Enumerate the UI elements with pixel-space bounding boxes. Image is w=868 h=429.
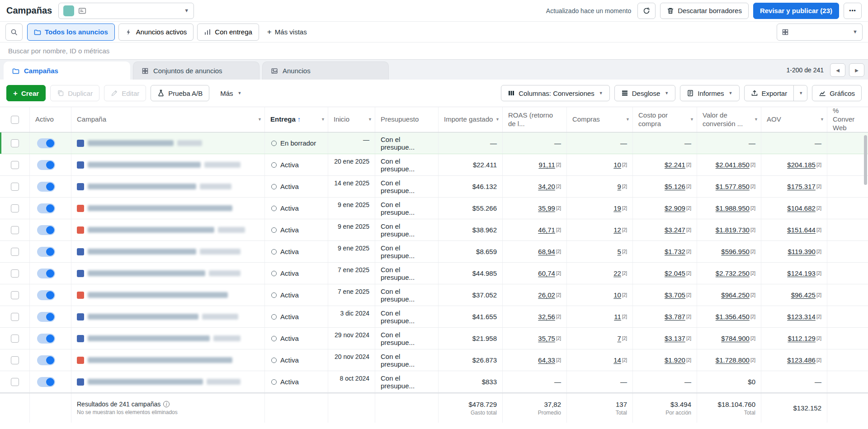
metric-link[interactable]: $119.390 (788, 248, 815, 255)
cost-per-purchase-value[interactable]: $2.241[2] (633, 154, 697, 175)
tab-ads[interactable]: Anuncios (262, 61, 389, 80)
create-button[interactable]: + Crear (6, 85, 46, 101)
cost-per-purchase-value[interactable]: — (633, 132, 697, 154)
metric-link[interactable]: $175.317 (787, 183, 816, 190)
metric-link[interactable]: 26,02 (538, 291, 555, 299)
roas-value[interactable]: 32,56[2] (503, 306, 567, 327)
purchases-value[interactable]: — (567, 371, 633, 392)
purchases-value[interactable]: 5[2] (567, 241, 633, 262)
metric-link[interactable]: $2.041.850 (716, 161, 750, 169)
col-header-conv-value[interactable]: Valor de conversión ... ▼ (697, 107, 761, 132)
purchases-value[interactable]: — (567, 132, 633, 154)
row-checkbox[interactable] (11, 139, 19, 147)
metric-link[interactable]: $123.486 (787, 356, 816, 364)
tab-adsets[interactable]: Conjuntos de anuncios (133, 61, 259, 80)
metric-link[interactable]: 68,94 (538, 248, 555, 255)
campaign-name-cell[interactable] (71, 219, 265, 240)
aov-value[interactable]: $96.425[2] (761, 284, 827, 306)
conversion-value[interactable]: $1.728.800[2] (697, 349, 761, 371)
metric-link[interactable]: 9 (618, 183, 621, 190)
aov-value[interactable]: — (761, 371, 827, 392)
table-row[interactable]: Activa 3 dic 2024 Con el presupue... $41… (0, 306, 868, 328)
metric-link[interactable]: $1.920 (665, 356, 685, 364)
row-checkbox[interactable] (11, 269, 19, 278)
campaign-active-toggle[interactable] (37, 355, 55, 365)
refresh-button[interactable] (637, 3, 656, 19)
col-header-active[interactable]: Activo (30, 107, 71, 132)
metric-link[interactable]: 10 (613, 291, 621, 299)
campaign-active-toggle[interactable] (37, 290, 55, 300)
conversion-value[interactable]: $1.356.450[2] (697, 306, 761, 327)
metric-link[interactable]: $964.250 (721, 291, 750, 299)
roas-value[interactable]: — (503, 132, 567, 154)
roas-value[interactable]: 60,74[2] (503, 263, 567, 284)
campaign-active-toggle[interactable] (37, 334, 55, 344)
table-row[interactable]: Activa 14 ene 2025 Con el presupue... $4… (0, 176, 868, 198)
metric-link[interactable]: 11 (614, 313, 621, 321)
metric-link[interactable]: $1.728.800 (716, 356, 750, 364)
roas-value[interactable]: 26,02[2] (503, 284, 567, 306)
metric-link[interactable]: 14 (613, 356, 621, 364)
account-selector[interactable]: ▼ (58, 3, 194, 19)
metric-link[interactable]: $2.045 (665, 269, 685, 277)
more-options-button[interactable]: ••• (844, 3, 862, 19)
metric-link[interactable]: $596.950 (721, 248, 750, 255)
row-checkbox[interactable] (11, 356, 19, 364)
roas-value[interactable]: — (503, 371, 567, 392)
cost-per-purchase-value[interactable]: $3.787[2] (633, 306, 697, 327)
conversion-value[interactable]: $964.250[2] (697, 284, 761, 306)
next-page-button[interactable]: ▶ (849, 63, 864, 77)
purchases-value[interactable]: 12[2] (567, 219, 633, 240)
metric-link[interactable]: $104.682 (787, 204, 816, 212)
row-checkbox[interactable] (11, 161, 19, 169)
campaign-name-cell[interactable] (71, 263, 265, 284)
roas-value[interactable]: 91,11[2] (503, 154, 567, 175)
campaign-active-toggle[interactable] (37, 312, 55, 322)
review-publish-button[interactable]: Revisar y publicar (23) (753, 3, 839, 19)
metric-link[interactable]: 22 (613, 269, 621, 277)
metric-link[interactable]: $2.909 (665, 204, 685, 212)
edit-button[interactable]: Editar (104, 85, 146, 101)
campaign-active-toggle[interactable] (37, 138, 55, 148)
aov-value[interactable]: $123.486[2] (761, 349, 827, 371)
ab-test-button[interactable]: Prueba A/B (151, 85, 209, 101)
roas-value[interactable]: 35,75[2] (503, 328, 567, 349)
metric-link[interactable]: $3.705 (665, 291, 685, 299)
table-row[interactable]: Activa 29 nov 2024 Con el presupue... $2… (0, 328, 868, 349)
aov-value[interactable]: $204.185[2] (761, 154, 827, 175)
metric-link[interactable]: $3.787 (665, 313, 685, 321)
breakdown-button[interactable]: Desglose ▼ (614, 85, 675, 101)
col-header-aov[interactable]: AOV ▼ (761, 107, 827, 132)
metric-link[interactable]: 12 (613, 226, 621, 234)
campaign-name-cell[interactable] (71, 198, 265, 219)
column-preset-selector[interactable]: ▼ (777, 24, 863, 41)
purchases-value[interactable]: 10[2] (567, 284, 633, 306)
metric-link[interactable]: 34,20 (538, 183, 555, 190)
metric-link[interactable]: 5 (618, 248, 621, 255)
metric-link[interactable]: $5.126 (665, 183, 685, 190)
row-checkbox[interactable] (11, 313, 19, 321)
metric-link[interactable]: $2.241 (665, 161, 685, 169)
aov-value[interactable]: $175.317[2] (761, 176, 827, 197)
purchases-value[interactable]: 10[2] (567, 154, 633, 175)
discard-drafts-button[interactable]: Descartar borradores (660, 3, 749, 19)
export-options-button[interactable]: ▼ (793, 85, 807, 101)
metric-link[interactable]: $1.356.450 (716, 313, 750, 321)
row-checkbox[interactable] (11, 204, 19, 212)
cost-per-purchase-value[interactable]: $3.137[2] (633, 328, 697, 349)
cost-per-purchase-value[interactable]: $1.732[2] (633, 241, 697, 262)
metric-link[interactable]: $1.988.950 (716, 204, 750, 212)
aov-value[interactable]: $123.314[2] (761, 306, 827, 327)
metric-link[interactable]: 10 (613, 161, 621, 169)
view-with-delivery[interactable]: Con entrega (197, 24, 259, 41)
roas-value[interactable]: 35,99[2] (503, 198, 567, 219)
campaign-name-cell[interactable] (71, 349, 265, 371)
aov-value[interactable]: $124.193[2] (761, 263, 827, 284)
purchases-value[interactable]: 14[2] (567, 349, 633, 371)
row-checkbox[interactable] (11, 248, 19, 256)
metric-link[interactable]: 91,11 (538, 161, 555, 169)
row-checkbox[interactable] (11, 378, 19, 386)
columns-button[interactable]: Columnas: Conversiones ▼ (501, 85, 610, 101)
metric-link[interactable]: $1.732 (665, 248, 685, 255)
table-row[interactable]: Activa 7 ene 2025 Con el presupue... $37… (0, 284, 868, 306)
